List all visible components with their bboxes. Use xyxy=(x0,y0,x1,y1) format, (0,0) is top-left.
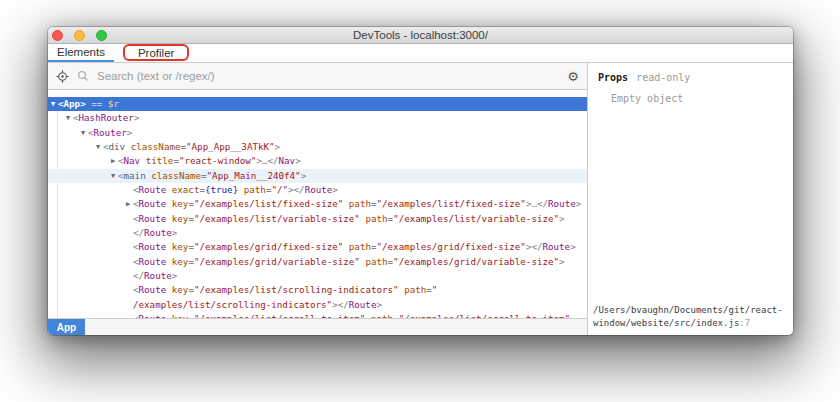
expand-arrow-placeholder xyxy=(123,183,133,197)
minimize-window-button[interactable] xyxy=(74,30,85,41)
row-code: <Route key="/examples/list/scrolling-ind… xyxy=(133,283,437,297)
props-header: Propsread-only xyxy=(598,72,783,83)
expand-arrow-placeholder xyxy=(123,283,133,297)
expand-arrow-icon[interactable]: ▼ xyxy=(78,126,88,140)
search-input[interactable] xyxy=(97,70,559,82)
source-path[interactable]: /Users/bvaughn/Documents/git/react- wind… xyxy=(588,302,793,335)
tree-row[interactable]: </Route> xyxy=(48,269,587,283)
expand-arrow-icon[interactable]: ▼ xyxy=(48,97,58,111)
footer-bar: App xyxy=(48,318,587,335)
props-title: Props xyxy=(598,72,628,83)
row-indent xyxy=(48,255,123,269)
row-indent xyxy=(48,283,123,297)
tree-row[interactable]: <Route key="/examples/grid/fixed-size" p… xyxy=(48,240,587,254)
tree-row[interactable]: <Route key="/examples/grid/variable-size… xyxy=(48,255,587,269)
expand-arrow-icon[interactable]: ▼ xyxy=(93,140,103,154)
row-code: <Route key="/examples/list/fixed-size" p… xyxy=(133,197,581,211)
close-window-button[interactable] xyxy=(52,30,63,41)
app-badge[interactable]: App xyxy=(48,319,85,335)
row-code: <Nav title="react-window">…</Nav> xyxy=(118,154,301,168)
tree-row[interactable]: <Route key="/examples/list/scrolling-ind… xyxy=(48,283,587,297)
row-code: <Route key="/examples/grid/fixed-size" p… xyxy=(133,240,576,254)
screenshot-stage: DevTools - localhost:3000/ Elements Prof… xyxy=(0,0,840,402)
row-indent xyxy=(48,169,108,183)
tree-row[interactable]: /examples/list/scrolling-indicators"></R… xyxy=(48,298,587,312)
search-bar: ⚙ xyxy=(48,63,587,90)
zoom-window-button[interactable] xyxy=(96,30,107,41)
expand-arrow-icon[interactable]: ▼ xyxy=(108,169,118,183)
row-code: <App> == $r xyxy=(58,97,119,111)
row-code: </Route> xyxy=(133,226,177,240)
search-icon xyxy=(77,70,89,82)
row-code: <div className="App_App__3ATkK"> xyxy=(103,140,280,154)
content-area: ⚙ ▼<App> == $r▼<HashRouter>▼<Router>▼<di… xyxy=(48,63,793,335)
expand-arrow-placeholder xyxy=(123,212,133,226)
row-indent xyxy=(48,312,123,318)
row-indent xyxy=(48,140,93,154)
tree-row[interactable]: ▶<Route key="/examples/list/fixed-size" … xyxy=(48,197,587,211)
row-code: <Route exact={true} path="/"></Route> xyxy=(133,183,338,197)
tree-row[interactable]: ▼<div className="App_App__3ATkK"> xyxy=(48,140,587,154)
row-indent xyxy=(48,212,123,226)
row-code: <Route key="/examples/list/variable-size… xyxy=(133,212,565,226)
expand-arrow-icon[interactable]: ▶ xyxy=(123,197,133,211)
tree-row[interactable]: </Route> xyxy=(48,226,587,240)
row-indent xyxy=(48,126,78,140)
expand-arrow-placeholder xyxy=(123,312,133,318)
row-indent xyxy=(48,240,123,254)
settings-gear-icon[interactable]: ⚙ xyxy=(567,70,579,83)
row-indent xyxy=(48,183,123,197)
expand-arrow-placeholder xyxy=(123,255,133,269)
window-title: DevTools - localhost:3000/ xyxy=(48,29,793,41)
props-readonly-label: read-only xyxy=(636,72,690,83)
row-code: </Route> xyxy=(133,269,177,283)
source-path-line1: /Users/bvaughn/Documents/git/react- xyxy=(593,305,783,315)
expand-arrow-icon[interactable]: ▶ xyxy=(108,154,118,168)
row-indent xyxy=(48,111,63,125)
title-bar: DevTools - localhost:3000/ xyxy=(48,27,793,44)
source-line-number: :7 xyxy=(739,318,750,328)
inspect-element-icon[interactable] xyxy=(56,70,69,83)
row-code: <Route key="/examples/grid/variable-size… xyxy=(133,255,565,269)
row-code: <Route key="/examples/list/scroll-to-ite… xyxy=(133,312,570,318)
row-code: <main className="App_Main__240f4"> xyxy=(118,169,306,183)
expand-arrow-placeholder xyxy=(123,226,133,240)
tree-row[interactable]: ▼<HashRouter> xyxy=(48,111,587,125)
elements-tree: ▼<App> == $r▼<HashRouter>▼<Router>▼<div … xyxy=(48,90,587,318)
row-code: /examples/list/scrolling-indicators"></R… xyxy=(133,298,382,312)
expand-arrow-placeholder xyxy=(123,269,133,283)
tree-row[interactable]: ▼<App> == $r xyxy=(48,97,587,111)
tab-elements[interactable]: Elements xyxy=(48,44,114,62)
row-indent xyxy=(48,269,123,283)
tree-row[interactable]: ▶<Nav title="react-window">…</Nav> xyxy=(48,154,587,168)
tree-row[interactable]: ▼<main className="App_Main__240f4"> xyxy=(48,169,587,183)
tab-elements-label: Elements xyxy=(57,46,105,58)
tree-row[interactable]: <Route exact={true} path="/"></Route> xyxy=(48,183,587,197)
expand-arrow-placeholder xyxy=(123,240,133,254)
row-code: <HashRouter> xyxy=(73,111,139,125)
row-indent xyxy=(48,298,123,312)
row-indent xyxy=(48,226,123,240)
tab-bar: Elements Profiler xyxy=(48,44,793,63)
devtools-window: DevTools - localhost:3000/ Elements Prof… xyxy=(48,27,793,335)
source-path-line2: window/website/src/index.js xyxy=(593,318,739,328)
tree-row[interactable]: <Route key="/examples/list/variable-size… xyxy=(48,212,587,226)
row-indent xyxy=(48,197,123,211)
tree-row[interactable]: ▼<Router> xyxy=(48,126,587,140)
expand-arrow-placeholder xyxy=(123,298,133,312)
expand-arrow-icon[interactable]: ▼ xyxy=(63,111,73,125)
row-code: <Router> xyxy=(88,126,132,140)
elements-panel: ⚙ ▼<App> == $r▼<HashRouter>▼<Router>▼<di… xyxy=(48,63,587,335)
tab-profiler[interactable]: Profiler xyxy=(129,44,183,62)
props-panel: Propsread-only Empty object /Users/bvaug… xyxy=(588,63,793,335)
row-indent xyxy=(48,154,108,168)
tab-profiler-label: Profiler xyxy=(138,47,174,59)
tree-row[interactable]: <Route key="/examples/list/scroll-to-ite… xyxy=(48,312,587,318)
traffic-lights xyxy=(52,27,107,43)
props-empty-state: Empty object xyxy=(611,93,783,104)
